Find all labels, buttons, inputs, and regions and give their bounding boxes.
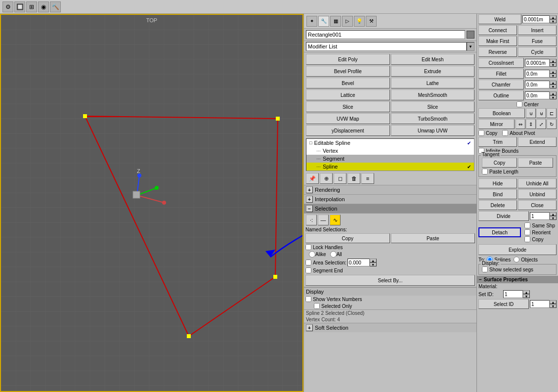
- mirror-icon-1[interactable]: ⇔: [515, 119, 525, 129]
- btn-lathe[interactable]: Lathe: [391, 78, 475, 88]
- soft-sel-expand-btn[interactable]: +: [306, 324, 313, 331]
- trim-btn[interactable]: Trim: [478, 137, 517, 147]
- lock-handles-checkbox[interactable]: [305, 244, 311, 250]
- bind-btn[interactable]: Bind: [478, 189, 517, 199]
- bool-icon-1[interactable]: ⊍: [526, 108, 536, 118]
- interpolation-section-header[interactable]: + Interpolation: [304, 194, 476, 204]
- btn-ydisplacement[interactable]: yDisplacement: [306, 125, 390, 136]
- copy2-checkbox[interactable]: [524, 236, 530, 242]
- fillet-spin-down[interactable]: ▼: [550, 74, 557, 78]
- area-sel-spin-down[interactable]: ▼: [370, 262, 377, 266]
- outline-input[interactable]: [525, 91, 550, 99]
- fillet-input[interactable]: [525, 70, 550, 78]
- btn-uvw-map[interactable]: UVW Map: [306, 113, 390, 124]
- btn-meshsmooth[interactable]: MeshSmooth: [391, 89, 475, 100]
- mirror-icon-4[interactable]: ↻: [547, 119, 557, 129]
- all-radio[interactable]: [330, 251, 337, 258]
- stack-vertex[interactable]: ···· Vertex: [306, 147, 474, 155]
- alike-radio[interactable]: [309, 251, 315, 258]
- select-id-spin-down[interactable]: ▼: [550, 304, 557, 308]
- modifier-dropdown-arrow[interactable]: ▼: [467, 42, 474, 51]
- btn-lattice[interactable]: Lattice: [306, 89, 390, 100]
- surface-props-header[interactable]: − Surface Properties: [477, 276, 558, 283]
- mirror-btn[interactable]: Mirror: [478, 119, 515, 129]
- fillet-btn[interactable]: Fillet: [478, 69, 524, 79]
- extend-btn[interactable]: Extend: [518, 137, 557, 147]
- toolbar-icon-2[interactable]: 🔲: [14, 1, 25, 12]
- chamfer-spin-up[interactable]: ▲: [550, 81, 557, 85]
- unhide-all-btn[interactable]: Unhide All: [518, 178, 557, 188]
- outline-spin-down[interactable]: ▼: [550, 95, 557, 99]
- modifier-dropdown[interactable]: Modifier List: [306, 42, 467, 51]
- copy-checkbox[interactable]: [478, 130, 484, 136]
- unbind-btn[interactable]: Unbind: [518, 189, 557, 199]
- cycle-btn[interactable]: Cycle: [518, 47, 557, 57]
- boolean-btn[interactable]: Boolean: [478, 108, 525, 118]
- divide-spin-up[interactable]: ▲: [550, 212, 557, 216]
- selection-section-header[interactable]: − Selection: [304, 204, 476, 213]
- mirror-icon-2[interactable]: ⇕: [526, 119, 536, 129]
- delete-btn[interactable]: Delete: [478, 200, 517, 210]
- stack-btn-make-unique[interactable]: ◻: [334, 173, 346, 184]
- stack-btn-show-result[interactable]: ⊕: [320, 173, 333, 184]
- to-objects-radio[interactable]: [514, 257, 519, 262]
- set-id-input[interactable]: [503, 290, 523, 298]
- object-name-input[interactable]: [306, 30, 465, 39]
- rendering-section-header[interactable]: + Rendering: [304, 185, 476, 194]
- stack-btn-pin[interactable]: 📌: [306, 173, 319, 184]
- toolbar-icon-4[interactable]: ◉: [38, 1, 49, 12]
- area-sel-checkbox[interactable]: [305, 260, 311, 265]
- set-id-spin-up[interactable]: ▲: [523, 290, 530, 294]
- bool-icon-2[interactable]: ⊎: [536, 108, 546, 118]
- viewport[interactable]: TOP: [0, 14, 303, 392]
- outline-spin-up[interactable]: ▲: [550, 91, 557, 95]
- connect-btn[interactable]: Connect: [478, 25, 517, 35]
- chamfer-input[interactable]: [525, 81, 550, 88]
- toolbar-icon-1[interactable]: ⚙: [2, 1, 13, 12]
- crossinsert-btn[interactable]: CrossInsert: [478, 58, 524, 68]
- soft-sel-header[interactable]: + Soft Selection: [304, 323, 476, 332]
- weld-btn[interactable]: Weld: [478, 14, 521, 24]
- panel-icon-hierarchy[interactable]: ▦: [330, 16, 341, 27]
- insert-btn[interactable]: Insert: [518, 25, 557, 35]
- display-section-header[interactable]: Display: [304, 287, 476, 296]
- selection-expand-btn[interactable]: −: [306, 205, 313, 212]
- make-first-btn[interactable]: Make First: [478, 36, 517, 46]
- interpolation-expand-btn[interactable]: +: [306, 196, 313, 203]
- sel-icon-vertex[interactable]: ·:: [306, 215, 317, 225]
- reverse-btn[interactable]: Reverse: [478, 47, 517, 57]
- mirror-icon-3[interactable]: ⤢: [536, 119, 546, 129]
- tangent-copy-btn[interactable]: Copy: [482, 158, 517, 168]
- btn-slice-2[interactable]: Slice: [391, 101, 475, 112]
- paste-length-checkbox[interactable]: [482, 169, 488, 174]
- color-swatch[interactable]: [467, 31, 474, 39]
- fuse-btn[interactable]: Fuse: [518, 36, 557, 46]
- select-id-spin-up[interactable]: ▲: [550, 300, 557, 304]
- crossinsert-spin-up[interactable]: ▲: [550, 59, 557, 63]
- toolbar-icon-3[interactable]: ⊞: [26, 1, 37, 12]
- panel-icon-utilities[interactable]: ⚒: [366, 16, 377, 27]
- stack-btn-config[interactable]: ≡: [361, 173, 374, 184]
- btn-edit-poly[interactable]: Edit Poly: [306, 54, 390, 65]
- named-sel-copy-btn[interactable]: Copy: [305, 233, 390, 243]
- area-sel-input[interactable]: [347, 259, 370, 266]
- show-vertex-checkbox[interactable]: [305, 296, 311, 302]
- rendering-expand-btn[interactable]: +: [306, 186, 313, 193]
- stack-editable-spline[interactable]: □ Editable Spline ✔: [306, 139, 474, 147]
- btn-bevel[interactable]: Bevel: [306, 78, 390, 88]
- center-checkbox[interactable]: [516, 101, 522, 107]
- named-sel-paste-btn[interactable]: Paste: [391, 233, 475, 243]
- crossinsert-input[interactable]: [525, 59, 550, 67]
- btn-extrude[interactable]: Extrude: [391, 66, 475, 77]
- crossinsert-spin-down[interactable]: ▼: [550, 63, 557, 67]
- divide-btn[interactable]: Divide: [478, 211, 529, 221]
- divide-input[interactable]: [530, 212, 550, 220]
- outline-btn[interactable]: Outline: [478, 90, 524, 100]
- same-shp-checkbox[interactable]: [524, 222, 530, 228]
- fillet-spin-up[interactable]: ▲: [550, 70, 557, 74]
- selected-only-checkbox[interactable]: [314, 303, 320, 309]
- weld-input[interactable]: [522, 15, 550, 23]
- stack-spline[interactable]: ···· Spline ✔: [306, 163, 474, 171]
- bool-icon-3[interactable]: ⊏: [547, 108, 557, 118]
- chamfer-btn[interactable]: Chamfer: [478, 80, 524, 89]
